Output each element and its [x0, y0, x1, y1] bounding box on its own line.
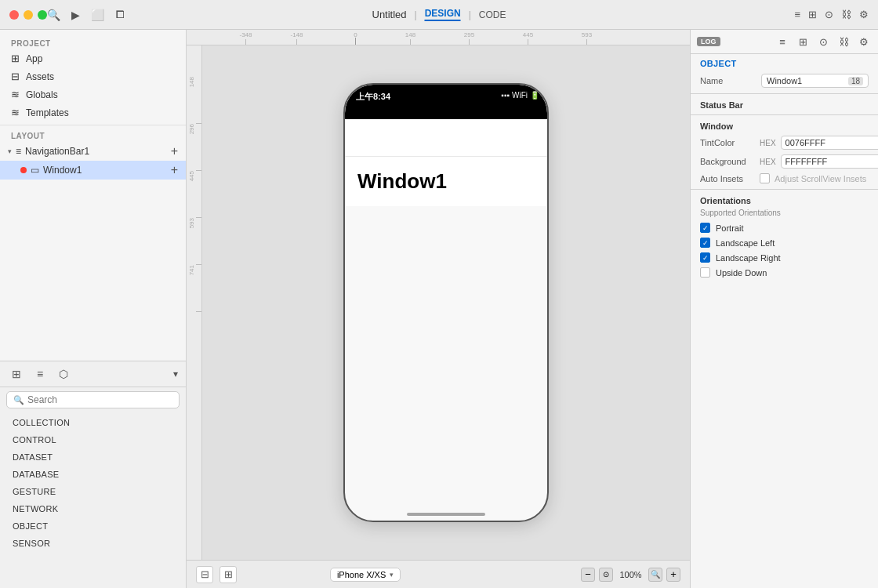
sidebar-item-assets[interactable]: ⊟ Assets	[0, 67, 186, 85]
search-icon[interactable]: 🔍	[47, 9, 60, 21]
tint-color-label: TintColor	[700, 138, 755, 147]
category-collection[interactable]: COLLECTION	[0, 414, 186, 431]
zoom-plus-button[interactable]: +	[666, 568, 680, 582]
assets-icon: ⊟	[11, 71, 20, 82]
cube-icon[interactable]: ⬡	[55, 365, 72, 383]
adjust-scrollview-label: Adjust ScrollView Insets	[775, 174, 866, 183]
device-selector[interactable]: iPhone X/XS ▾	[330, 568, 401, 582]
tint-color-row: TintColor HEX	[691, 133, 878, 152]
sidebar-item-globals[interactable]: ≋ Globals	[0, 85, 186, 103]
canvas-body: 148 296 445 593	[187, 45, 690, 560]
window-label: Window	[691, 118, 878, 133]
window-add-button[interactable]: +	[171, 164, 178, 176]
canvas-area: -348 -148 0 148 295	[187, 30, 690, 588]
navbar-label: NavigationBar1	[25, 146, 167, 157]
device-icon[interactable]: ⬜	[91, 9, 104, 21]
list-icon[interactable]: ≡	[794, 9, 800, 20]
zoom-search-icon[interactable]: 🔍	[648, 568, 662, 582]
category-database[interactable]: DATABASE	[0, 466, 186, 483]
category-dataset[interactable]: DATASET	[0, 448, 186, 466]
calendar-icon[interactable]: ⧠	[115, 9, 125, 20]
sidebar-item-app[interactable]: ⊞ App	[0, 49, 186, 67]
rp-list-icon[interactable]: ≡	[775, 34, 790, 49]
titlebar-center: Untitled | DESIGN | CODE	[372, 8, 506, 21]
sidebar-item-templates[interactable]: ≋ Templates	[0, 103, 186, 122]
rp-grid-icon[interactable]: ⊞	[795, 34, 811, 49]
name-row: Name Window1 18	[691, 71, 878, 90]
minimize-button[interactable]	[24, 10, 33, 20]
tab-code[interactable]: CODE	[479, 9, 506, 20]
dropdown-arrow[interactable]: ▾	[173, 368, 178, 379]
navbar-icon: ≡	[16, 146, 21, 157]
tab-design[interactable]: DESIGN	[425, 8, 461, 21]
ruler-vertical: 148 296 445 593	[187, 45, 202, 560]
layout-section-label: LAYOUT	[0, 125, 186, 142]
grid-view-icon[interactable]: ⊞	[8, 365, 25, 383]
project-title: Untitled	[372, 9, 406, 20]
object-section-label: OBJECT	[691, 54, 878, 71]
categories-list: COLLECTION CONTROL DATASET DATABASE GEST…	[0, 412, 186, 588]
divider-3	[691, 189, 878, 190]
window-icon: ▭	[31, 165, 39, 176]
search-input[interactable]	[27, 394, 172, 405]
zoom-minus-button[interactable]: −	[581, 568, 595, 582]
portrait-checkbox[interactable]: ✓	[700, 223, 710, 233]
phone-notch	[411, 85, 481, 103]
landscape-left-checkbox[interactable]: ✓	[700, 238, 710, 248]
list-view-icon[interactable]: ≡	[31, 365, 49, 383]
phone-status-bar: 上午8:34 ▪▪▪ WiFi 🔋	[345, 85, 547, 119]
zoom-icon[interactable]: ⊙	[599, 568, 613, 582]
category-sensor[interactable]: SENSOR	[0, 535, 186, 552]
bg-hex-input[interactable]	[781, 154, 878, 169]
phone-screen-content: Window1	[345, 157, 547, 206]
layout-icon-2[interactable]: ⊞	[220, 566, 237, 583]
layout-item-window[interactable]: ▭ Window1 +	[0, 161, 186, 180]
sidebar-top: PROJECT ⊞ App ⊟ Assets ≋ Globals ≋ Templ…	[0, 30, 186, 361]
link-icon[interactable]: ⛓	[841, 9, 851, 20]
upside-down-checkbox[interactable]	[700, 267, 710, 278]
auto-insets-row: Auto Insets Adjust ScrollView Insets	[691, 171, 878, 186]
navbar-add-button[interactable]: +	[171, 145, 178, 158]
tint-hex-input[interactable]	[781, 136, 878, 150]
auto-insets-checkbox[interactable]	[760, 173, 770, 183]
category-control[interactable]: CONTROL	[0, 431, 186, 448]
grid-icon[interactable]: ⊞	[808, 9, 817, 20]
settings-icon[interactable]: ⚙	[859, 9, 869, 20]
close-button[interactable]	[9, 10, 19, 20]
search-bar: 🔍	[0, 387, 186, 412]
landscape-left-label: Landscape Left	[716, 238, 775, 248]
orientation-upside-down-row: Upside Down	[691, 265, 878, 280]
rp-settings-icon[interactable]: ⚙	[856, 34, 872, 49]
rp-shield-icon[interactable]: ⊙	[815, 34, 831, 49]
phone-signal-icons: ▪▪▪ WiFi 🔋	[501, 91, 539, 100]
shield-icon[interactable]: ⊙	[825, 9, 833, 20]
landscape-right-checkbox[interactable]: ✓	[700, 252, 710, 263]
portrait-label: Portrait	[716, 223, 743, 233]
log-badge[interactable]: LOG	[697, 37, 720, 46]
divider-2	[691, 114, 878, 115]
search-input-wrap: 🔍	[6, 391, 180, 408]
landscape-right-label: Landscape Right	[716, 253, 781, 263]
play-button[interactable]: ▶	[71, 9, 80, 21]
phone-nav-bar	[345, 119, 547, 157]
layout-item-navbar[interactable]: ▾ ≡ NavigationBar1 +	[0, 142, 186, 161]
category-object[interactable]: OBJECT	[0, 517, 186, 535]
red-dot-icon	[20, 167, 27, 173]
titlebar-right-icons: ≡ ⊞ ⊙ ⛓ ⚙	[794, 9, 869, 20]
orientation-landscape-right-row: ✓ Landscape Right	[691, 250, 878, 265]
rp-link-icon[interactable]: ⛓	[836, 34, 851, 49]
canvas-content[interactable]: ● 上午8:34 ▪▪▪ WiFi 🔋	[202, 45, 690, 560]
bg-hex-label: HEX	[760, 158, 776, 166]
category-gesture[interactable]: GESTURE	[0, 483, 186, 500]
navbar-caret-icon: ▾	[8, 147, 12, 155]
phone-window-title: Window1	[357, 166, 535, 197]
traffic-lights	[9, 10, 47, 20]
orientation-portrait-row: ✓ Portrait	[691, 220, 878, 235]
category-network[interactable]: NETWORK	[0, 500, 186, 517]
right-panel: LOG ≡ ⊞ ⊙ ⛓ ⚙ OBJECT Name Window1 18 Sta…	[690, 30, 878, 588]
upside-down-label: Upside Down	[716, 268, 767, 278]
layout-icon-1[interactable]: ⊟	[196, 566, 213, 583]
name-input[interactable]: Window1 18	[761, 74, 869, 88]
zoom-controls: − ⊙ 100% 🔍 +	[581, 568, 680, 582]
maximize-button[interactable]	[38, 10, 47, 20]
